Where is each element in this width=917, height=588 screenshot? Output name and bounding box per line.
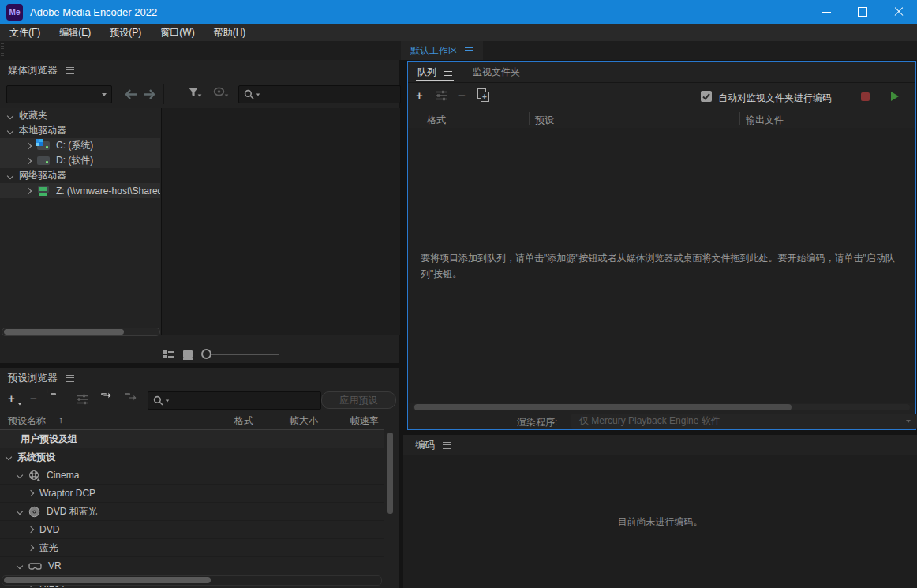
stop-queue-button[interactable]: [861, 92, 870, 101]
column-separator[interactable]: [283, 414, 283, 427]
list-view-icon[interactable]: [163, 350, 174, 358]
auto-encode-checkbox[interactable]: [701, 91, 712, 102]
add-preset-caret-icon[interactable]: [18, 403, 22, 406]
close-icon: [894, 7, 904, 17]
chevron-right-icon[interactable]: [25, 142, 32, 148]
network-drive-icon: [37, 186, 50, 196]
preset-tree: 用户预设及组 系统预设 Cinema Wraptor DCP: [0, 429, 384, 588]
panel-menu-icon[interactable]: [66, 67, 74, 74]
tree-item-drive-d[interactable]: D: (软件): [0, 153, 160, 168]
preset-settings-icon[interactable]: [76, 394, 88, 405]
chevron-right-icon[interactable]: [25, 157, 32, 163]
menu-help[interactable]: 帮助(H): [204, 24, 256, 41]
media-file-area[interactable]: [161, 108, 400, 335]
tab-queue[interactable]: 队列: [408, 62, 462, 82]
column-frame-rate[interactable]: 帧速率: [350, 414, 379, 428]
tree-item-drive-z[interactable]: Z: (\\vmware-host\Shared: [0, 183, 160, 198]
panel-menu-icon[interactable]: [443, 442, 451, 449]
search-options-caret-icon[interactable]: [166, 399, 170, 402]
chevron-down-icon[interactable]: [17, 508, 23, 515]
chevron-down-icon[interactable]: [7, 112, 13, 118]
drag-grip[interactable]: [1, 43, 4, 58]
view-options-icon[interactable]: [213, 87, 226, 99]
chevron-down-icon[interactable]: [6, 454, 12, 460]
tree-item-dvd-bluray[interactable]: DVD 和蓝光: [0, 503, 384, 521]
thumbnail-view-icon[interactable]: [183, 350, 193, 358]
preset-search-input[interactable]: [148, 391, 321, 410]
duplicate-button[interactable]: +: [477, 88, 488, 100]
renderer-dropdown-value: 仅 Mercury Playback Engine 软件: [579, 414, 720, 428]
thumbnail-size-slider-knob[interactable]: [201, 349, 211, 359]
maximize-button[interactable]: [844, 0, 881, 24]
chevron-down-icon[interactable]: [7, 127, 13, 133]
minimize-button[interactable]: [808, 0, 844, 24]
workspace-menu-icon[interactable]: [465, 47, 473, 54]
tree-item-label: DVD 和蓝光: [47, 505, 98, 519]
chevron-right-icon[interactable]: [28, 526, 34, 533]
menu-edit[interactable]: 编辑(E): [50, 24, 100, 41]
column-format[interactable]: 格式: [427, 114, 446, 127]
search-options-caret-icon[interactable]: [256, 93, 260, 96]
tree-item-wraptor-dcp[interactable]: Wraptor DCP: [0, 485, 384, 503]
queue-hscrollbar[interactable]: [413, 404, 910, 410]
remove-source-button[interactable]: −: [458, 91, 466, 100]
media-search-input[interactable]: [238, 85, 401, 103]
apply-preset-button[interactable]: 应用预设: [321, 391, 396, 409]
add-preset-button[interactable]: +: [8, 394, 15, 403]
scrollbar-thumb[interactable]: [414, 404, 792, 410]
chevron-down-icon[interactable]: [17, 472, 23, 478]
column-preset[interactable]: 预设: [535, 114, 554, 127]
panel-menu-icon[interactable]: [66, 375, 74, 382]
tree-item-label: 网络驱动器: [19, 169, 66, 182]
column-separator[interactable]: [529, 112, 530, 125]
column-output-file[interactable]: 输出文件: [746, 114, 784, 127]
vr-headset-icon: [28, 561, 42, 571]
tree-item-vr[interactable]: VR: [0, 557, 384, 575]
add-source-button[interactable]: +: [416, 91, 423, 100]
chevron-down-icon[interactable]: [7, 172, 13, 178]
panel-menu-icon[interactable]: [444, 69, 452, 76]
remove-preset-button[interactable]: −: [30, 394, 37, 403]
preset-vscrollbar-thumb[interactable]: [387, 433, 393, 514]
filter-icon[interactable]: [188, 87, 200, 100]
queue-settings-icon[interactable]: [435, 90, 447, 101]
tree-item-local-drives[interactable]: 本地驱动器: [0, 123, 160, 138]
renderer-dropdown[interactable]: 仅 Mercury Playback Engine 软件: [571, 414, 917, 429]
scrollbar-thumb[interactable]: [4, 329, 124, 335]
column-frame-size[interactable]: 帧大小: [290, 414, 318, 428]
media-tree-hscrollbar[interactable]: [2, 328, 160, 336]
tree-item-favorites[interactable]: 收藏夹: [0, 108, 160, 123]
chevron-right-icon[interactable]: [28, 490, 34, 496]
tree-item-user-presets[interactable]: 用户预设及组: [0, 429, 384, 448]
back-arrow-icon[interactable]: [125, 89, 138, 99]
tree-item-dvd[interactable]: DVD: [0, 521, 384, 539]
column-format[interactable]: 格式: [234, 414, 253, 428]
chevron-down-icon[interactable]: [17, 563, 23, 569]
queue-drop-area[interactable]: 要将项目添加到队列，请单击"添加源"按钮或者从媒体浏览器或桌面将文件拖到此处。要…: [408, 128, 915, 403]
column-separator[interactable]: [739, 112, 740, 125]
preset-hscrollbar[interactable]: [2, 575, 382, 586]
menu-window[interactable]: 窗口(W): [151, 24, 204, 41]
chevron-right-icon[interactable]: [25, 187, 32, 193]
close-button[interactable]: [881, 0, 917, 24]
start-queue-button[interactable]: [891, 92, 899, 101]
column-preset-name[interactable]: 预设名称: [8, 414, 46, 428]
thumbnail-size-slider-track[interactable]: [211, 354, 279, 355]
tree-item-drive-c[interactable]: C: (系统): [0, 138, 160, 153]
workspace-tab-default[interactable]: 默认工作区: [401, 41, 483, 60]
tab-watch-folders[interactable]: 监视文件夹: [462, 66, 531, 79]
tree-item-bluray[interactable]: 蓝光: [0, 539, 384, 557]
menu-preset[interactable]: 预设(P): [100, 24, 151, 41]
tree-item-system-presets[interactable]: 系统预设: [0, 448, 384, 466]
tree-item-network-drives[interactable]: 网络驱动器: [0, 168, 160, 183]
tree-item-cinema[interactable]: Cinema: [0, 466, 384, 485]
column-separator[interactable]: [346, 414, 346, 427]
chevron-right-icon[interactable]: [28, 545, 34, 551]
sort-ascending-icon[interactable]: ↑: [58, 414, 63, 425]
renderer-label: 渲染程序:: [517, 416, 557, 429]
tab-watch-folders-label: 监视文件夹: [473, 66, 520, 77]
menu-file[interactable]: 文件(F): [0, 24, 50, 41]
forward-arrow-icon[interactable]: [142, 89, 155, 99]
location-dropdown[interactable]: [6, 85, 112, 103]
scrollbar-thumb[interactable]: [4, 577, 211, 583]
